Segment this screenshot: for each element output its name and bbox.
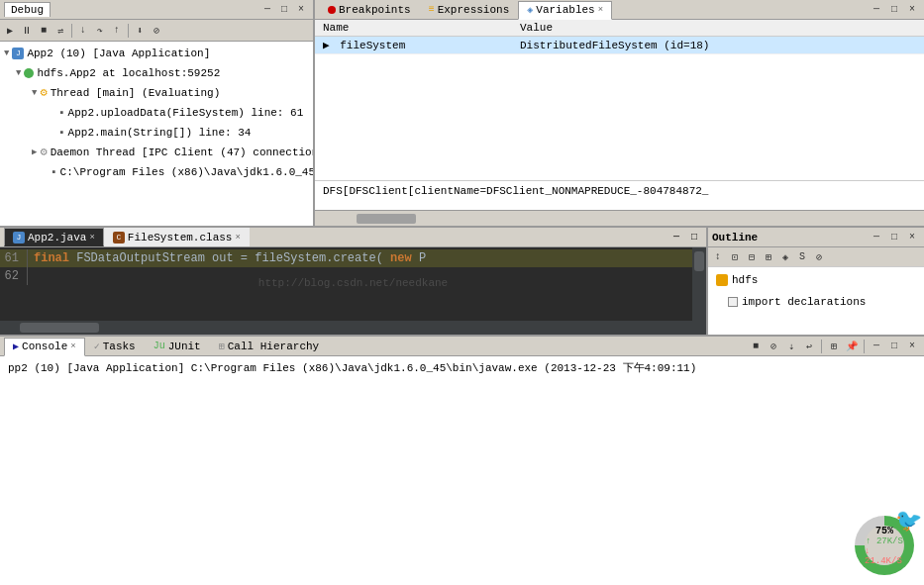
close-icon[interactable]: × bbox=[293, 2, 309, 18]
tab-filesystem-close[interactable]: × bbox=[235, 233, 240, 243]
thread-icon: ⚙ bbox=[40, 84, 47, 102]
tab-junit[interactable]: Ju JUnit bbox=[145, 337, 210, 355]
code-p: P bbox=[419, 251, 426, 265]
outline-item-hdfs[interactable]: hdfs bbox=[712, 269, 920, 291]
drop-to-frame-icon[interactable]: ⬇ bbox=[132, 23, 148, 39]
suspend-icon[interactable]: ⏸ bbox=[19, 23, 35, 39]
step-over-icon[interactable]: ↷ bbox=[92, 23, 108, 39]
debug-tabs: Debug bbox=[4, 2, 51, 17]
tree-item-daemon[interactable]: ▶ ⚙ Daemon Thread [IPC Client (47) conne… bbox=[0, 143, 313, 162]
hierarchy-icon: ⊞ bbox=[219, 341, 225, 352]
resume-icon[interactable]: ▶ bbox=[2, 23, 18, 39]
outline-fields-icon[interactable]: ◈ bbox=[777, 249, 793, 265]
console-scroll-lock[interactable]: ⇣ bbox=[783, 339, 799, 354]
outline-close[interactable]: × bbox=[904, 230, 920, 245]
hscroll-track[interactable] bbox=[315, 210, 924, 226]
debug-panel-titlebar: Debug ─ □ × bbox=[0, 0, 313, 20]
tree-item-server[interactable]: ▼ hdfs.App2 at localhost:59252 bbox=[0, 63, 313, 83]
tab-app2-java[interactable]: J App2.java × bbox=[4, 228, 104, 246]
tab-app2-label: App2.java bbox=[28, 232, 86, 244]
tab-variables-label: Variables bbox=[536, 4, 594, 16]
tree-label-frame3: C:\Program Files (x86)\Java\jdk1.6.0_45\… bbox=[60, 163, 313, 181]
console-pin[interactable]: 📌 bbox=[844, 339, 860, 354]
tree-item-frame1[interactable]: ▪ App2.uploadData(FileSystem) line: 61 bbox=[0, 103, 313, 123]
sep-console bbox=[821, 340, 822, 353]
tree-item-app[interactable]: ▼ J App2 (10) [Java Application] bbox=[0, 44, 313, 63]
step-into-icon[interactable]: ↓ bbox=[75, 23, 91, 39]
value-text: DFS[DFSClient[clientName=DFSClient_NONMA… bbox=[323, 185, 708, 197]
terminate-icon[interactable]: ■ bbox=[36, 23, 51, 39]
var-name-label: fileSystem bbox=[340, 40, 405, 51]
outline-filter-icon[interactable]: ⊡ bbox=[727, 249, 743, 265]
tab-console[interactable]: ▶ Console × bbox=[4, 338, 85, 356]
hscroll-thumb[interactable] bbox=[357, 214, 416, 224]
value-display: DFS[DFSClient[clientName=DFSClient_NONMA… bbox=[315, 180, 924, 210]
tab-expressions[interactable]: ≡ Expressions bbox=[420, 0, 519, 19]
console-clear[interactable]: ⊘ bbox=[766, 339, 781, 354]
use-step-filters-icon[interactable]: ⊘ bbox=[149, 23, 164, 39]
console-new[interactable]: ⊞ bbox=[826, 339, 842, 354]
outline-nonpub-icon[interactable]: ⊘ bbox=[811, 249, 827, 265]
console-terminate[interactable]: ■ bbox=[748, 339, 764, 354]
expand-filesystem[interactable]: ▶ bbox=[323, 40, 330, 51]
outline-static-icon[interactable]: S bbox=[794, 249, 810, 265]
variables-close[interactable]: × bbox=[904, 2, 920, 18]
variables-tab-controls: ─ □ × bbox=[869, 2, 920, 18]
outline-sort-icon[interactable]: ↕ bbox=[710, 249, 726, 265]
tab-console-close[interactable]: × bbox=[70, 341, 75, 351]
tab-tasks-label: Tasks bbox=[103, 341, 136, 352]
variables-tab-close[interactable]: × bbox=[598, 5, 603, 15]
tab-app2-close[interactable]: × bbox=[89, 233, 94, 243]
editor-hscroll[interactable] bbox=[0, 321, 706, 335]
network-indicator: 🐦 75% ↑ 27K/S ↓ 21.4K/S bbox=[855, 516, 914, 575]
editor-controls: ─ □ bbox=[668, 230, 702, 245]
upload-speed: ↑ 27K/S bbox=[866, 536, 903, 546]
class-file-icon: C bbox=[113, 232, 125, 244]
editor-hscroll-thumb[interactable] bbox=[20, 323, 99, 333]
editor-maximize[interactable]: □ bbox=[686, 230, 702, 245]
tree-label-frame1: App2.uploadData(FileSystem) line: 61 bbox=[68, 104, 304, 122]
variables-maximize[interactable]: □ bbox=[886, 2, 902, 18]
tab-expressions-label: Expressions bbox=[438, 4, 510, 16]
outline-minimize[interactable]: ─ bbox=[869, 230, 884, 245]
expand-arrow-app: ▼ bbox=[4, 45, 9, 62]
disconnect-icon[interactable]: ⇌ bbox=[52, 23, 68, 39]
outline-item-imports[interactable]: import declarations bbox=[712, 291, 920, 313]
tree-item-frame2[interactable]: ▪ App2.main(String[]) line: 34 bbox=[0, 123, 313, 143]
tab-debug[interactable]: Debug bbox=[4, 2, 51, 17]
variables-panel: Breakpoints ≡ Expressions ◈ Variables × … bbox=[315, 0, 924, 226]
tab-filesystem-class[interactable]: C FileSystem.class × bbox=[104, 228, 250, 246]
tab-breakpoints[interactable]: Breakpoints bbox=[319, 0, 420, 19]
tab-tasks[interactable]: ✓ Tasks bbox=[85, 337, 145, 355]
expand-arrow-daemon: ▶ bbox=[32, 144, 37, 161]
tab-junit-label: JUnit bbox=[168, 341, 201, 352]
outline-collapse-icon[interactable]: ⊟ bbox=[744, 249, 760, 265]
tab-call-hierarchy[interactable]: ⊞ Call Hierarchy bbox=[210, 337, 328, 355]
tree-item-main-thread[interactable]: ▼ ⚙ Thread [main] (Evaluating) bbox=[0, 83, 313, 103]
console-minimize[interactable]: ─ bbox=[869, 339, 884, 354]
step-return-icon[interactable]: ↑ bbox=[109, 23, 125, 39]
col-name-header: Name bbox=[315, 20, 512, 37]
outline-maximize[interactable]: □ bbox=[886, 230, 902, 245]
tab-filesystem-label: FileSystem.class bbox=[128, 232, 233, 244]
tab-variables[interactable]: ◈ Variables × bbox=[518, 1, 612, 20]
console-controls: ■ ⊘ ⇣ ↩ ⊞ 📌 ─ □ × bbox=[748, 339, 920, 354]
minimize-icon[interactable]: ─ bbox=[259, 2, 275, 18]
console-close[interactable]: × bbox=[904, 339, 920, 354]
variables-minimize[interactable]: ─ bbox=[869, 2, 884, 18]
editor-minimize[interactable]: ─ bbox=[668, 230, 684, 245]
editor-vscrollbar[interactable] bbox=[692, 247, 706, 321]
outline-toolbar: ↕ ⊡ ⊟ ⊞ ◈ S ⊘ bbox=[708, 247, 924, 267]
variables-tabs: Breakpoints ≡ Expressions ◈ Variables × bbox=[319, 0, 612, 19]
outline-link-icon[interactable]: ⊞ bbox=[761, 249, 776, 265]
kw-new: new bbox=[390, 251, 419, 265]
maximize-icon[interactable]: □ bbox=[276, 2, 292, 18]
editor-vscroll-thumb[interactable] bbox=[694, 251, 704, 271]
var-row-filesystem[interactable]: ▶ fileSystem DistributedFileSystem (id=1… bbox=[315, 37, 924, 54]
variable-icon: ◈ bbox=[527, 4, 533, 16]
frame-icon2: ▪ bbox=[58, 124, 65, 142]
console-maximize[interactable]: □ bbox=[886, 339, 902, 354]
tree-item-frame3[interactable]: ▪ C:\Program Files (x86)\Java\jdk1.6.0_4… bbox=[0, 162, 313, 182]
server-icon bbox=[24, 68, 34, 78]
console-word-wrap[interactable]: ↩ bbox=[801, 339, 817, 354]
